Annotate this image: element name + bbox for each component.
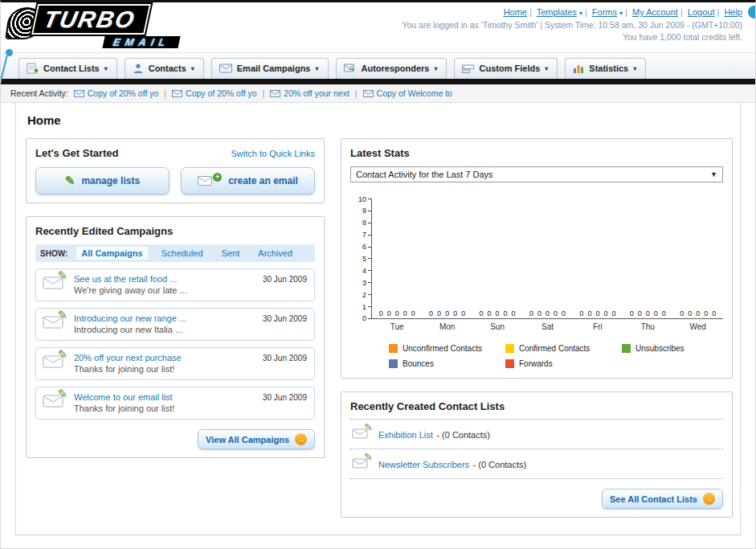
chevron-down-icon: ▾ xyxy=(545,65,548,72)
create-email-button[interactable]: + create an email xyxy=(181,167,315,195)
logo-turbo-text: TURBO xyxy=(31,4,151,35)
top-link-my-account[interactable]: My Account xyxy=(632,7,678,17)
y-axis-tick: 1 xyxy=(362,306,371,307)
nav-tab-label: Autoresponders xyxy=(362,64,430,73)
nav-tab-statistics[interactable]: Statistics▾ xyxy=(565,58,646,79)
x-axis-label: Wed xyxy=(673,319,723,331)
recent-activity-label: Recent Activity: xyxy=(10,88,68,98)
campaign-row[interactable]: ✎ Introducing our new range ... Introduc… xyxy=(35,308,315,341)
main-nav: Contact Lists▾ Contacts▾ Email Campaigns… xyxy=(1,52,755,79)
campaign-subject: Thanks for joining our list! xyxy=(74,404,308,413)
contact-lists-icon xyxy=(27,63,39,74)
legend-label: Forwards xyxy=(519,359,553,368)
get-started-title: Let's Get Started xyxy=(35,147,119,159)
page-title: Home xyxy=(27,113,730,127)
legend-swatch xyxy=(389,344,398,353)
switch-quick-links-link[interactable]: Switch to Quick Links xyxy=(231,149,315,158)
manage-lists-button[interactable]: ✎ manage lists xyxy=(35,167,170,195)
get-started-panel: Let's Get Started Switch to Quick Links … xyxy=(26,138,325,203)
autoresponders-icon xyxy=(344,64,357,74)
bar-group: 00000 xyxy=(573,309,623,318)
stats-period-select[interactable]: Contact Activity for the Last 7 Days ▼ xyxy=(350,166,723,182)
bar-group: 00000 xyxy=(372,309,422,318)
envelope-icon xyxy=(270,90,280,97)
legend-item-bounces: Bounces xyxy=(389,359,505,368)
tab-scheduled[interactable]: Scheduled xyxy=(157,247,208,260)
nav-tab-label: Contact Lists xyxy=(43,64,100,73)
link-separator: | xyxy=(680,7,683,17)
contact-list-row[interactable]: ✎ Newsletter Subscribers - (0 Contacts) xyxy=(350,449,723,479)
chevron-down-icon: ▾ xyxy=(434,65,437,72)
tab-sent[interactable]: Sent xyxy=(217,247,245,260)
activity-link[interactable]: Copy of 20% off yo xyxy=(88,88,159,98)
nav-tab-contact-lists[interactable]: Contact Lists▾ xyxy=(18,58,117,79)
top-link-help[interactable]: Help xyxy=(724,7,742,17)
contacts-icon xyxy=(133,63,144,74)
contact-list-link[interactable]: Exhibition List xyxy=(378,430,433,440)
activity-item[interactable]: Copy of 20% off yo xyxy=(74,88,159,98)
contact-list-row[interactable]: ✎ Exhibition List - (0 Contacts) xyxy=(350,420,723,449)
nav-tab-contacts[interactable]: Contacts▾ xyxy=(125,58,204,79)
contact-list-link[interactable]: Newsletter Subscribers xyxy=(378,460,469,469)
y-axis-tick: 3 xyxy=(362,282,371,283)
nav-tab-label: Email Campaigns xyxy=(237,64,311,73)
campaign-edit-icon: ✎ xyxy=(43,392,67,412)
email-campaigns-icon xyxy=(219,64,232,73)
tab-all-campaigns[interactable]: All Campaigns xyxy=(76,247,147,260)
legend-swatch xyxy=(622,344,631,353)
link-separator: | xyxy=(625,7,627,17)
activity-item[interactable]: Copy of 20% off yo xyxy=(172,88,257,98)
link-separator: | xyxy=(585,7,587,17)
campaign-row[interactable]: ✎ Welcome to our email list Thanks for j… xyxy=(35,387,315,420)
campaign-row[interactable]: ✎ See us at the retail food ... We're gi… xyxy=(35,268,315,301)
top-link-templates[interactable]: Templates xyxy=(537,7,577,17)
x-axis-label: Fri xyxy=(573,319,623,331)
campaign-edit-icon: ✎ xyxy=(43,274,67,293)
envelope-icon xyxy=(74,90,84,97)
activity-link[interactable]: Copy of Welcome to xyxy=(377,88,452,98)
x-axis-label: Mon xyxy=(422,319,472,331)
app-logo[interactable]: TURBO EMAIL xyxy=(7,4,179,49)
nav-tab-custom-fields[interactable]: Custom Fields▾ xyxy=(454,58,558,79)
login-info: You are logged in as 'Timothy Smith' | S… xyxy=(402,19,742,31)
legend-label: Unsubscribes xyxy=(635,344,684,353)
top-link-forms[interactable]: Forms xyxy=(592,7,617,17)
x-axis-label: Sun xyxy=(472,319,522,331)
campaign-row[interactable]: ✎ 20% off your next purchase Thanks for … xyxy=(35,347,315,380)
campaign-date: 30 Jun 2009 xyxy=(263,275,307,284)
recent-campaigns-panel: Recently Edited Campaigns SHOW: All Camp… xyxy=(26,216,325,458)
chart-x-labels: TueMonSunSatFriThuWed xyxy=(372,319,723,331)
link-separator: | xyxy=(717,7,719,17)
see-all-contact-lists-button[interactable]: See All Contact Lists → xyxy=(602,489,723,509)
nav-tab-label: Contacts xyxy=(149,64,186,73)
nav-tab-autoresponders[interactable]: Autoresponders▾ xyxy=(336,58,447,79)
view-all-campaigns-button[interactable]: View All Campaigns → xyxy=(198,429,315,449)
campaign-date: 30 Jun 2009 xyxy=(263,393,307,402)
envelope-icon xyxy=(363,90,374,97)
tab-archived[interactable]: Archived xyxy=(253,247,297,260)
activity-separator: | xyxy=(355,88,358,98)
top-links: Home| Templates ▾| Forms ▾| My Account| … xyxy=(402,6,742,19)
activity-separator: | xyxy=(164,88,166,98)
nav-tab-email-campaigns[interactable]: Email Campaigns▾ xyxy=(211,58,329,79)
activity-link[interactable]: 20% off your next xyxy=(284,88,349,98)
top-link-home[interactable]: Home xyxy=(504,7,527,17)
y-axis-tick: 10 xyxy=(358,199,371,199)
activity-link[interactable]: Copy of 20% off yo xyxy=(186,88,257,98)
y-axis-tick: 7 xyxy=(362,235,371,236)
legend-label: Unconfirmed Contacts xyxy=(403,344,482,353)
bar-group: 00000 xyxy=(422,309,472,318)
activity-item[interactable]: 20% off your next xyxy=(270,88,349,98)
recent-contact-lists-title: Recently Created Contact Lists xyxy=(350,400,723,412)
top-link-logout[interactable]: Logout xyxy=(688,7,715,17)
x-axis-label: Sat xyxy=(522,319,572,331)
legend-item-forwards: Forwards xyxy=(505,359,622,368)
chart-legend: Unconfirmed Contacts Confirmed Contacts … xyxy=(389,344,723,368)
nav-tab-label: Statistics xyxy=(589,64,628,73)
chevron-down-icon: ▾ xyxy=(315,65,318,72)
legend-swatch xyxy=(505,359,514,368)
campaign-filter-tabs: SHOW: All Campaigns Scheduled Sent Archi… xyxy=(35,244,315,262)
chevron-down-icon: ▾ xyxy=(191,65,194,72)
legend-item-unconfirmed: Unconfirmed Contacts xyxy=(389,344,505,353)
activity-item[interactable]: Copy of Welcome to xyxy=(363,88,452,98)
